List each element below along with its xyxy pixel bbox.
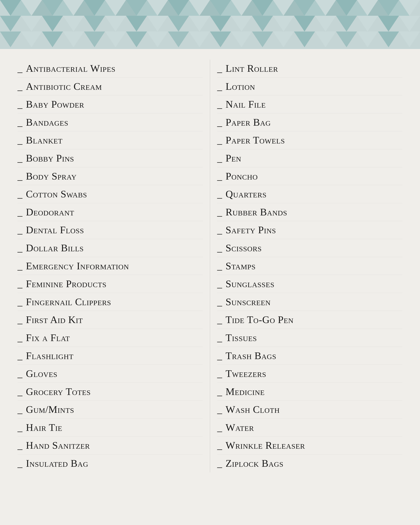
checkbox-mark[interactable]: _ (217, 261, 222, 271)
item-label: Gloves (26, 367, 57, 380)
checkbox-mark[interactable]: _ (217, 243, 222, 253)
checkbox-mark[interactable]: _ (217, 297, 222, 307)
list-item: _Deodorant (18, 203, 203, 221)
checkbox-mark[interactable]: _ (18, 153, 22, 163)
checkbox-mark[interactable]: _ (18, 243, 22, 253)
list-item: _Nail File (217, 95, 402, 113)
list-item: _Quarters (217, 185, 402, 203)
item-label: Feminine Products (26, 278, 106, 290)
item-label: Wash Cloth (225, 403, 280, 416)
list-item: _Paper Bag (217, 113, 402, 131)
checkbox-mark[interactable]: _ (18, 117, 22, 127)
list-item: _Antibiotic Cream (18, 77, 203, 95)
checkbox-mark[interactable]: _ (217, 441, 222, 450)
checkbox-mark[interactable]: _ (217, 135, 222, 145)
checkbox-mark[interactable]: _ (217, 64, 222, 73)
list-item: _Paper Towels (217, 131, 402, 149)
checkbox-mark[interactable]: _ (18, 405, 22, 414)
checkbox-mark[interactable]: _ (18, 207, 22, 217)
item-label: Sunglasses (225, 278, 274, 290)
list-item: _Tide To-Go Pen (217, 311, 402, 329)
checkbox-mark[interactable]: _ (18, 261, 22, 271)
checkbox-mark[interactable]: _ (217, 423, 222, 432)
item-label: Paper Bag (225, 116, 271, 129)
header-pattern (0, 0, 420, 49)
checkbox-mark[interactable]: _ (217, 333, 222, 343)
item-label: Antibacterial Wipes (26, 62, 115, 75)
checkbox-mark[interactable]: _ (217, 459, 222, 468)
checkbox-mark[interactable]: _ (18, 171, 22, 181)
checkbox-mark[interactable]: _ (217, 82, 222, 91)
checkbox-mark[interactable]: _ (18, 423, 22, 432)
item-label: Pen (225, 152, 241, 164)
checkbox-mark[interactable]: _ (217, 189, 222, 199)
item-label: Nail File (225, 98, 266, 110)
list-item: _Baby Powder (18, 95, 203, 113)
item-label: Poncho (225, 170, 258, 182)
checkbox-mark[interactable]: _ (18, 387, 22, 396)
checkbox-mark[interactable]: _ (18, 297, 22, 307)
item-label: Dental Floss (26, 224, 84, 236)
checkbox-mark[interactable]: _ (18, 441, 22, 450)
list-item: _Bandages (18, 113, 203, 131)
checkbox-mark[interactable]: _ (217, 99, 222, 109)
checkbox-mark[interactable]: _ (18, 333, 22, 343)
item-label: Bandages (26, 116, 68, 129)
checkbox-mark[interactable]: _ (217, 351, 222, 361)
list-item: _Feminine Products (18, 275, 203, 293)
item-label: Bobby Pins (26, 152, 74, 164)
checkbox-mark[interactable]: _ (18, 459, 22, 468)
checkbox-mark[interactable]: _ (217, 207, 222, 217)
item-label: Cotton Swabs (26, 188, 87, 200)
checkbox-mark[interactable]: _ (217, 117, 222, 127)
list-item: _Insulated Bag (18, 454, 203, 472)
list-item: _Rubber Bands (217, 203, 402, 221)
item-label: Deodorant (26, 206, 74, 218)
list-item: _Hand Sanitzer (18, 436, 203, 454)
checkbox-mark[interactable]: _ (18, 351, 22, 361)
item-label: Tissues (225, 332, 257, 344)
checkbox-mark[interactable]: _ (18, 99, 22, 109)
list-item: _Gloves (18, 365, 203, 383)
list-item: _Tissues (217, 329, 402, 347)
list-item: _Safety Pins (217, 221, 402, 239)
item-label: Wrinkle Releaser (225, 439, 305, 451)
item-label: Antibiotic Cream (26, 80, 102, 93)
checkbox-mark[interactable]: _ (18, 64, 22, 73)
list-item: _Emergency Information (18, 257, 203, 275)
checkbox-mark[interactable]: _ (217, 405, 222, 414)
list-item: _Scissors (217, 239, 402, 257)
checkbox-mark[interactable]: _ (217, 225, 222, 235)
item-label: Hair Tie (26, 422, 62, 434)
checkbox-mark[interactable]: _ (217, 387, 222, 396)
item-label: Trash Bags (225, 350, 276, 362)
checkbox-mark[interactable]: _ (18, 82, 22, 91)
item-label: Gum/Mints (26, 403, 74, 416)
checkbox-mark[interactable]: _ (18, 315, 22, 325)
item-label: Quarters (225, 188, 267, 200)
list-item: _Dollar Bills (18, 239, 203, 257)
checkbox-mark[interactable]: _ (217, 171, 222, 181)
list-item: _Wrinkle Releaser (217, 436, 402, 454)
checkbox-mark[interactable]: _ (18, 279, 22, 289)
list-item: _Fix a Flat (18, 329, 203, 347)
item-label: Lint Roller (225, 62, 278, 75)
list-item: _Tweezers (217, 365, 402, 383)
list-item: _Sunglasses (217, 275, 402, 293)
checkbox-mark[interactable]: _ (18, 189, 22, 199)
checkbox-mark[interactable]: _ (18, 225, 22, 235)
checkbox-mark[interactable]: _ (18, 135, 22, 145)
checkbox-mark[interactable]: _ (217, 153, 222, 163)
item-label: Blanket (26, 134, 63, 146)
list-item: _Ziplock Bags (217, 454, 402, 472)
item-label: Grocery Totes (26, 385, 91, 398)
checkbox-mark[interactable]: _ (217, 279, 222, 289)
checkbox-mark[interactable]: _ (217, 369, 222, 378)
list-item: _Stamps (217, 257, 402, 275)
list-item: _Fingernail Clippers (18, 293, 203, 311)
item-label: Fix a Flat (26, 332, 70, 344)
checkbox-mark[interactable]: _ (18, 369, 22, 378)
list-item: _Lotion (217, 77, 402, 95)
column-divider (210, 59, 210, 472)
checkbox-mark[interactable]: _ (217, 315, 222, 325)
